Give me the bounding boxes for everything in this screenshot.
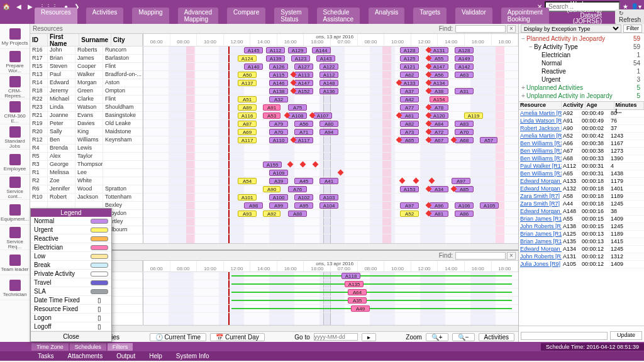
bottom-tab[interactable]: Help <box>149 353 162 359</box>
gantt-bar[interactable]: A93 <box>238 211 257 217</box>
table-row[interactable]: R1MelissaLee <box>30 169 143 177</box>
table-row[interactable]: R6JenniferWoodSpratton <box>30 185 143 194</box>
gantt-chart[interactable]: A145A112A129A144A128A131A128A124A139A123… <box>143 47 518 243</box>
diamond-icon[interactable] <box>399 178 406 184</box>
col-header[interactable]: City <box>111 34 143 46</box>
table-row[interactable]: R3GeorgeThompson <box>30 161 143 169</box>
tab-compare[interactable]: Compare <box>227 8 265 24</box>
table-row[interactable]: John Roberts [R16]A13100:00:121312 <box>519 253 644 261</box>
goto-go-button[interactable]: ▸ <box>362 333 376 341</box>
gantt-bar[interactable]: A55 <box>430 55 448 62</box>
star-icon[interactable]: ★ <box>623 3 628 10</box>
table-row[interactable]: Edward Morgan [R14]A14800:00:1638 <box>519 208 644 216</box>
gantt-bar[interactable]: A135 <box>345 281 364 287</box>
gantt-bar[interactable]: A89 <box>238 104 257 111</box>
table-row[interactable]: R4BrendaLewis <box>30 145 143 153</box>
current-time-button[interactable]: 🕐 Current Time <box>150 333 207 341</box>
activities-button[interactable]: Activities <box>479 333 514 341</box>
gantt-bar[interactable]: A41 <box>319 178 338 184</box>
gantt-bar[interactable]: A53 <box>263 112 280 119</box>
sidebar-item[interactable]: Service cont... <box>0 175 30 200</box>
diamond-icon[interactable] <box>313 162 319 168</box>
gantt-bar[interactable]: A112 <box>266 47 285 53</box>
gantt-bar[interactable]: A98 <box>244 202 263 209</box>
gantt-bar[interactable]: A124 <box>238 55 257 62</box>
gantt-bar[interactable]: A84 <box>430 121 448 127</box>
gantt-bar[interactable]: A73 <box>400 129 419 135</box>
lower-find-clear[interactable]: × <box>507 252 516 260</box>
gantt-bar[interactable]: A113 <box>294 72 313 78</box>
col-header[interactable]: Surname <box>79 34 111 46</box>
gantt-row[interactable]: A89A91A75A77A78 <box>143 104 518 112</box>
table-row[interactable]: R5AlexTaylor <box>30 153 143 161</box>
table-row[interactable]: Brian James [R17]A13500:00:131415 <box>519 238 644 246</box>
sidebar-item[interactable]: Prepare Wor... <box>0 49 30 74</box>
table-row[interactable]: R14EdwardMorganAston <box>30 79 143 87</box>
gantt-bar[interactable]: A149 <box>455 55 474 62</box>
table-row[interactable]: Edward Morgan [R14]A13300:00:181179 <box>519 178 644 185</box>
gantt-bar[interactable]: A39 <box>269 178 288 184</box>
tab-advanced-mapping[interactable]: Advanced Mapping <box>178 8 218 24</box>
back-icon[interactable]: ◀ <box>16 3 21 10</box>
tree-node[interactable]: Urgent3 <box>520 75 643 84</box>
gantt-row[interactable]: A155 <box>143 161 518 169</box>
gantt-bar[interactable]: A35 <box>348 297 367 304</box>
col-header[interactable]: ID <box>30 34 48 46</box>
gantt-row[interactable]: A49 <box>143 305 518 313</box>
tab-validator[interactable]: Validator <box>455 8 492 24</box>
gantt-row[interactable]: A51A32A42A154 <box>143 96 518 104</box>
tab-system-status[interactable]: System Status <box>274 8 308 24</box>
gantt-bar[interactable]: A115 <box>269 72 288 78</box>
table-row[interactable]: Brian James [R17]A12500:00:131189 <box>519 231 644 238</box>
gantt-bar[interactable]: A101 <box>238 194 257 200</box>
gantt-bar[interactable]: A97 <box>400 202 419 209</box>
lower-gantt[interactable]: A118A135A64A35A49 <box>143 272 518 325</box>
gantt-bar[interactable]: A96 <box>430 202 448 209</box>
sidebar-item[interactable]: CRM-360 E... <box>0 99 30 124</box>
diamond-icon[interactable] <box>300 162 306 168</box>
gantt-bar[interactable]: A99 <box>269 202 288 209</box>
gantt-bar[interactable]: A146 <box>269 80 288 86</box>
legend-close-button[interactable]: Close <box>31 331 111 341</box>
gantt-row[interactable]: A50A115A113A112A62A56A63 <box>143 71 518 79</box>
gantt-bar[interactable]: A147 <box>294 80 313 86</box>
gantt-bar[interactable]: A129 <box>288 47 307 53</box>
gantt-row[interactable]: A101A100A102A103 <box>143 194 518 202</box>
gantt-bar[interactable]: A118 <box>341 273 360 279</box>
gantt-bar[interactable]: A31 <box>455 88 474 94</box>
gantt-bar[interactable]: A76 <box>288 186 307 192</box>
purple-tab[interactable]: Schedules <box>70 343 106 351</box>
refresh-button[interactable]: ↻ Refresh <box>615 9 644 24</box>
gantt-bar[interactable]: A52 <box>400 211 419 217</box>
table-row[interactable]: Paul Walker [R13]A11200:00:314 <box>519 163 644 170</box>
gantt-row[interactable]: A98A99A95A104A97A96A106A105 <box>143 202 518 210</box>
gantt-row[interactable]: A93A92A88A52A81A86 <box>143 210 518 218</box>
gantt-row[interactable] <box>143 153 518 161</box>
gantt-bar[interactable]: A49 <box>351 305 370 312</box>
gantt-bar[interactable]: A154 <box>430 96 448 102</box>
gantt-bar[interactable]: A133 <box>400 80 419 86</box>
table-row[interactable]: R18JeremyGreenOmpton <box>30 87 143 96</box>
table-row[interactable]: Ben Williams [R12]A6500:00:311438 <box>519 170 644 178</box>
diamond-icon[interactable] <box>429 178 435 184</box>
gantt-row[interactable]: A118 <box>143 272 518 280</box>
table-row[interactable]: R15StevenCooperFlint <box>30 63 143 71</box>
gantt-bar[interactable]: A70 <box>269 129 288 135</box>
tab-schedule-assistance[interactable]: Schedule Assistance <box>317 8 360 24</box>
diamond-icon[interactable] <box>338 170 344 176</box>
table-row[interactable]: R12BenWilliamsKeynsham <box>30 136 143 145</box>
gantt-bar[interactable]: A64 <box>348 289 367 295</box>
purple-tab[interactable]: Filters <box>108 343 133 351</box>
sidebar-item[interactable]: Standard Jobs <box>0 124 30 150</box>
gantt-bar[interactable]: A121 <box>400 63 419 70</box>
table-row[interactable]: Ben Williams [R12]A6800:00:331390 <box>519 155 644 163</box>
table-row[interactable]: R17BrianJamesBarlaston <box>30 55 143 63</box>
sidebar-item[interactable]: Equipment... <box>0 200 30 225</box>
filter-button[interactable]: Filter <box>623 25 642 33</box>
gantt-row[interactable]: A145A112A129A144A128A131A128 <box>143 47 518 55</box>
gantt-bar[interactable]: A61 <box>400 112 419 119</box>
gantt-bar[interactable]: A105 <box>480 202 499 209</box>
table-row[interactable]: R10RobertJacksonTottenham <box>30 194 143 202</box>
sidebar-item[interactable]: Team leader <box>0 250 30 275</box>
find-input[interactable] <box>455 25 506 33</box>
